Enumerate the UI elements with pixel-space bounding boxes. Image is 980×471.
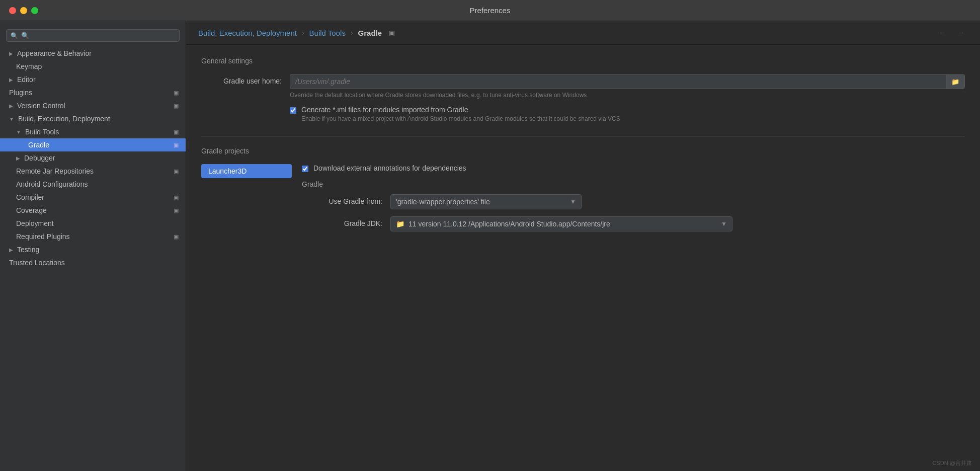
sidebar-item-label: Remote Jar Repositories <box>16 167 94 175</box>
search-icon: 🔍 <box>11 32 18 39</box>
breadcrumb-separator-2: › <box>351 29 353 37</box>
sidebar-item-compiler[interactable]: Compiler ▣ <box>0 191 186 204</box>
main-container: 🔍 ▶ Appearance & Behavior Keymap ▶ Edito… <box>0 21 980 471</box>
gradle-user-home-browse-button[interactable]: 📁 <box>946 75 964 89</box>
sidebar-item-version-control[interactable]: ▶ Version Control ▣ <box>0 99 186 112</box>
sidebar-item-build-tools[interactable]: ▼ Build Tools ▣ <box>0 125 186 138</box>
page-icon: ▣ <box>174 90 179 96</box>
nav-back-button[interactable]: ← <box>936 27 950 38</box>
use-gradle-from-dropdown-wrap[interactable]: 'gradle-wrapper.properties' file ▼ <box>390 194 582 209</box>
search-box[interactable]: 🔍 <box>6 29 180 42</box>
sidebar-item-label: Debugger <box>24 154 55 162</box>
title-bar: Preferences <box>0 0 980 21</box>
breadcrumb-separator-1: › <box>302 29 304 37</box>
window-controls <box>9 7 38 14</box>
gradle-user-home-label: Gradle user home: <box>201 74 282 85</box>
window-title: Preferences <box>470 6 511 15</box>
gradle-jdk-row: Gradle JDK: 📁 11 version 11.0.12 /Applic… <box>302 216 965 231</box>
sidebar-item-label: Editor <box>17 75 36 84</box>
content-area: Build, Execution, Deployment › Build Too… <box>186 21 980 471</box>
page-icon: ▣ <box>174 207 179 214</box>
sidebar-item-label: Coverage <box>16 206 47 214</box>
download-annotations-row: Download external annotations for depend… <box>302 164 965 172</box>
generate-iml-checkbox-row: Generate *.iml files for modules importe… <box>290 106 620 122</box>
section-divider <box>201 136 965 137</box>
sidebar-item-appearance-behavior[interactable]: ▶ Appearance & Behavior <box>0 47 186 60</box>
sidebar-item-label: Build Tools <box>25 128 59 136</box>
sidebar-item-editor[interactable]: ▶ Editor <box>0 73 186 86</box>
gradle-jdk-label: Gradle JDK: <box>302 216 382 227</box>
general-settings-label: General settings <box>201 57 965 65</box>
sidebar-item-testing[interactable]: ▶ Testing <box>0 243 186 256</box>
sidebar-item-label: Keymap <box>16 62 42 70</box>
sidebar-item-coverage[interactable]: Coverage ▣ <box>0 204 186 217</box>
chevron-down-icon: ▼ <box>9 116 14 122</box>
sidebar-item-debugger[interactable]: ▶ Debugger <box>0 151 186 165</box>
sidebar-item-label: Deployment <box>16 219 54 227</box>
sidebar-item-trusted-locations[interactable]: Trusted Locations <box>0 256 186 269</box>
download-annotations-checkbox[interactable] <box>302 166 308 172</box>
generate-iml-label: Generate *.iml files for modules importe… <box>301 106 620 114</box>
use-gradle-from-select[interactable]: 'gradle-wrapper.properties' file <box>391 195 565 209</box>
content-body: General settings Gradle user home: 📁 Ove… <box>186 45 980 471</box>
page-icon: ▣ <box>174 194 179 201</box>
chevron-right-icon: ▶ <box>9 77 13 83</box>
sidebar-item-required-plugins[interactable]: Required Plugins ▣ <box>0 230 186 243</box>
download-annotations-label: Download external annotations for depend… <box>313 164 466 172</box>
nav-arrows: ← → <box>936 27 968 38</box>
jdk-dropdown-arrow-icon: ▼ <box>721 220 727 227</box>
close-button[interactable] <box>9 7 16 14</box>
generate-iml-checkbox[interactable] <box>290 107 296 114</box>
breadcrumb-build-execution-deployment[interactable]: Build, Execution, Deployment <box>198 29 297 37</box>
sidebar-item-keymap[interactable]: Keymap <box>0 60 186 73</box>
chevron-down-icon: ▼ <box>16 129 21 135</box>
gradle-projects-label: Gradle projects <box>201 147 965 155</box>
gradle-subsection: Gradle Use Gradle from: 'gradle-wrapper.… <box>302 180 965 231</box>
breadcrumb-gradle[interactable]: Gradle <box>358 29 382 37</box>
sidebar-item-label: Android Configurations <box>16 180 88 188</box>
chevron-right-icon: ▶ <box>9 103 13 109</box>
sidebar-item-label: Version Control <box>17 102 65 110</box>
gradle-jdk-value: 11 version 11.0.12 /Applications/Android… <box>409 220 717 228</box>
page-icon: ▣ <box>174 129 179 135</box>
watermark: CSDN @言并肃 <box>933 459 972 467</box>
sidebar-item-label: Required Plugins <box>16 232 70 241</box>
sidebar-item-deployment[interactable]: Deployment <box>0 217 186 230</box>
sidebar-item-label: Appearance & Behavior <box>17 49 92 57</box>
sidebar-item-gradle[interactable]: Gradle ▣ <box>0 138 186 151</box>
sidebar-item-label: Trusted Locations <box>9 259 65 267</box>
breadcrumb: Build, Execution, Deployment › Build Too… <box>186 21 980 45</box>
breadcrumb-build-tools[interactable]: Build Tools <box>309 29 346 37</box>
nav-forward-button[interactable]: → <box>954 27 968 38</box>
generate-iml-hint: Enable if you have a mixed project with … <box>301 115 620 122</box>
project-list: Launcher3D <box>201 164 292 239</box>
project-list-item-launcher3d[interactable]: Launcher3D <box>201 164 292 178</box>
sidebar-item-android-configurations[interactable]: Android Configurations <box>0 178 186 191</box>
page-icon: ▣ <box>174 168 179 175</box>
minimize-button[interactable] <box>20 7 27 14</box>
use-gradle-from-row: Use Gradle from: 'gradle-wrapper.propert… <box>302 194 965 209</box>
folder-icon: 📁 <box>396 220 404 228</box>
page-icon: ▣ <box>174 103 179 109</box>
gradle-user-home-row: Gradle user home: 📁 Override the default… <box>201 74 965 99</box>
chevron-right-icon: ▶ <box>16 155 20 161</box>
sidebar-item-label: Gradle <box>28 141 49 149</box>
gradle-subsection-label: Gradle <box>302 180 965 188</box>
maximize-button[interactable] <box>31 7 38 14</box>
gradle-jdk-dropdown-wrap[interactable]: 📁 11 version 11.0.12 /Applications/Andro… <box>390 216 732 231</box>
sidebar-item-build-execution-deployment[interactable]: ▼ Build, Execution, Deployment <box>0 112 186 125</box>
sidebar-item-plugins[interactable]: Plugins ▣ <box>0 86 186 99</box>
page-icon: ▣ <box>174 233 179 240</box>
gradle-user-home-input[interactable] <box>290 74 946 89</box>
sidebar-item-label: Build, Execution, Deployment <box>18 115 110 123</box>
gradle-user-home-hint: Override the default location where Grad… <box>290 92 965 99</box>
sidebar-item-remote-jar-repositories[interactable]: Remote Jar Repositories ▣ <box>0 165 186 178</box>
sidebar-item-label: Compiler <box>16 193 44 201</box>
sidebar: 🔍 ▶ Appearance & Behavior Keymap ▶ Edito… <box>0 21 186 471</box>
breadcrumb-page-icon: ▣ <box>389 29 395 37</box>
search-input[interactable] <box>21 32 175 39</box>
gradle-projects-section: Launcher3D Download external annotations… <box>201 164 965 239</box>
dropdown-arrow-icon: ▼ <box>565 195 581 208</box>
gradle-user-home-input-wrap: 📁 <box>290 74 965 89</box>
sidebar-item-label: Testing <box>17 246 39 254</box>
